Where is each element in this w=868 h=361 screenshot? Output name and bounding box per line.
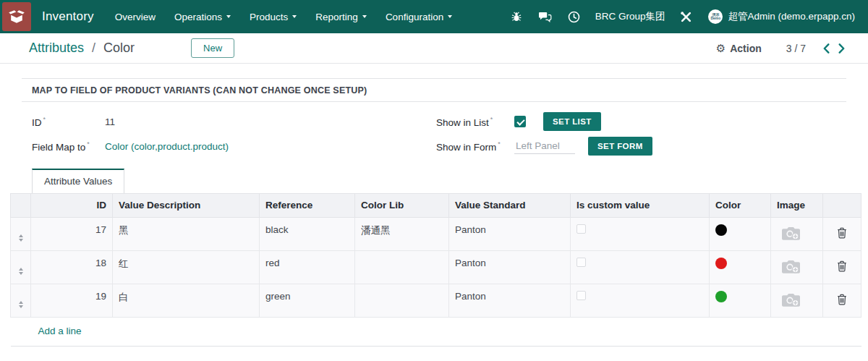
cell-image — [771, 251, 823, 284]
header-color[interactable]: Color — [710, 194, 771, 218]
action-menu-button[interactable]: ⚙ Action — [716, 42, 762, 55]
set-list-button[interactable]: SET LIST — [543, 112, 601, 131]
pager-next-button[interactable] — [834, 42, 849, 55]
header-value-standard[interactable]: Value Standard — [449, 194, 571, 218]
chevron-down-icon — [226, 15, 231, 18]
cell-reference[interactable]: black — [260, 218, 355, 251]
chat-bubbles-icon — [538, 12, 552, 22]
breadcrumb-separator: / — [92, 41, 95, 55]
show-in-form-input[interactable] — [514, 139, 575, 154]
header-delete — [823, 194, 861, 218]
navbar-right: BRC Group集团 演示 Demo 超管Admin (demo.erpapp… — [503, 0, 868, 33]
cell-value-standard[interactable]: Panton — [449, 218, 571, 251]
new-button[interactable]: New — [191, 38, 234, 58]
messages-button[interactable] — [530, 0, 560, 33]
add-image-camera-icon[interactable] — [781, 226, 801, 241]
cell-value-standard[interactable]: Panton — [449, 251, 571, 284]
nav-item-configuration[interactable]: Configuration — [376, 0, 461, 33]
table-row: 18 红 red Panton — [11, 251, 861, 284]
trash-icon[interactable] — [837, 260, 847, 272]
control-panel: Attributes / Color New ⚙ Action 3 / 7 — [0, 33, 868, 64]
chevron-down-icon — [362, 15, 367, 18]
add-image-camera-icon[interactable] — [781, 259, 801, 274]
settings-tools-button[interactable] — [672, 0, 700, 33]
app-name[interactable]: Inventory — [42, 9, 94, 24]
gear-icon: ⚙ — [716, 42, 726, 55]
drag-handle-icon — [19, 268, 23, 275]
is-custom-checkbox[interactable] — [576, 291, 586, 300]
show-in-form-label: Show in Form — [436, 141, 496, 152]
cell-image — [771, 284, 823, 318]
nav-item-overview[interactable]: Overview — [106, 0, 165, 33]
cell-value-description[interactable]: 黑 — [113, 218, 260, 251]
cell-color — [710, 218, 771, 251]
cell-value-description[interactable]: 红 — [113, 251, 260, 284]
tools-icon — [680, 11, 692, 23]
activities-button[interactable] — [560, 0, 588, 33]
set-form-button[interactable]: SET FORM — [588, 137, 652, 156]
field-id: ID* 11 — [32, 112, 436, 131]
nav-item-products[interactable]: Products — [240, 0, 306, 33]
debug-button[interactable] — [503, 0, 530, 33]
cell-color-lib[interactable] — [355, 284, 449, 318]
app-icon[interactable] — [2, 2, 31, 31]
row-drag-handle[interactable] — [11, 218, 31, 251]
header-handle — [11, 194, 31, 218]
color-swatch[interactable] — [715, 224, 727, 236]
cell-reference[interactable]: red — [260, 251, 355, 284]
trash-icon[interactable] — [837, 294, 847, 305]
add-a-line-link[interactable]: Add a line — [38, 326, 82, 336]
table-row: 19 白 green Panton — [11, 284, 861, 318]
trash-icon[interactable] — [837, 227, 847, 239]
row-drag-handle[interactable] — [11, 284, 31, 318]
pager-counter: 3 / 7 — [786, 43, 806, 54]
color-swatch[interactable] — [715, 291, 727, 302]
add-image-camera-icon[interactable] — [781, 292, 801, 307]
user-menu[interactable]: 演示 Demo 超管Admin (demo.erpapp.cn) — [700, 0, 858, 33]
show-in-list-label: Show in List — [436, 116, 489, 127]
color-swatch[interactable] — [715, 258, 727, 269]
nav-item-reporting[interactable]: Reporting — [306, 0, 376, 33]
row-drag-handle[interactable] — [11, 251, 31, 284]
company-switcher[interactable]: BRC Group集团 — [588, 10, 673, 23]
cell-value-standard[interactable]: Panton — [449, 284, 571, 318]
nav-item-operations[interactable]: Operations — [165, 0, 240, 33]
show-in-list-checkbox[interactable] — [514, 116, 526, 127]
cell-id[interactable]: 18 — [31, 251, 113, 284]
notebook: Attribute Values ID Value Description Re… — [0, 169, 868, 347]
bug-icon — [511, 11, 522, 22]
header-color-lib[interactable]: Color Lib — [355, 194, 449, 218]
pager-previous-button[interactable] — [819, 42, 834, 55]
section-title: MAP TO FIELD OF PRODUCT VARIANTS (CAN NO… — [22, 79, 846, 101]
cell-color-lib[interactable]: 潘通黑 — [355, 218, 449, 251]
cell-delete — [823, 218, 861, 251]
field-map-value-link[interactable]: Color (color,product.product) — [105, 141, 229, 152]
cell-color-lib[interactable] — [355, 251, 449, 284]
chevron-down-icon — [292, 15, 297, 18]
avatar: 演示 Demo — [708, 9, 723, 24]
header-reference[interactable]: Reference — [260, 194, 355, 218]
user-name: 超管Admin (demo.erpapp.cn) — [728, 10, 855, 23]
table-row: 17 黑 black 潘通黑 Panton — [11, 218, 861, 251]
header-is-custom-value[interactable]: Is custom value — [571, 194, 710, 218]
cell-id[interactable]: 19 — [31, 284, 113, 318]
add-line-row: Add a line — [11, 318, 861, 347]
header-image[interactable]: Image — [771, 194, 823, 218]
cell-reference[interactable]: green — [260, 284, 355, 318]
chevron-right-icon — [838, 43, 845, 54]
breadcrumb-attributes[interactable]: Attributes — [29, 41, 84, 55]
is-custom-checkbox[interactable] — [576, 224, 586, 234]
table-header-row: ID Value Description Reference Color Lib… — [11, 194, 861, 218]
tab-attribute-values[interactable]: Attribute Values — [32, 169, 124, 193]
header-id[interactable]: ID — [31, 194, 113, 218]
is-custom-checkbox[interactable] — [576, 258, 586, 267]
breadcrumb: Attributes / Color — [29, 41, 135, 56]
required-marker: * — [498, 140, 501, 148]
chevron-down-icon — [448, 15, 452, 18]
cell-delete — [823, 251, 861, 284]
cell-id[interactable]: 17 — [31, 218, 113, 251]
cell-is-custom-value — [571, 284, 710, 318]
header-value-description[interactable]: Value Description — [113, 194, 260, 218]
cell-value-description[interactable]: 白 — [113, 284, 260, 318]
field-show-in-form: Show in Form* SET FORM — [436, 137, 846, 156]
